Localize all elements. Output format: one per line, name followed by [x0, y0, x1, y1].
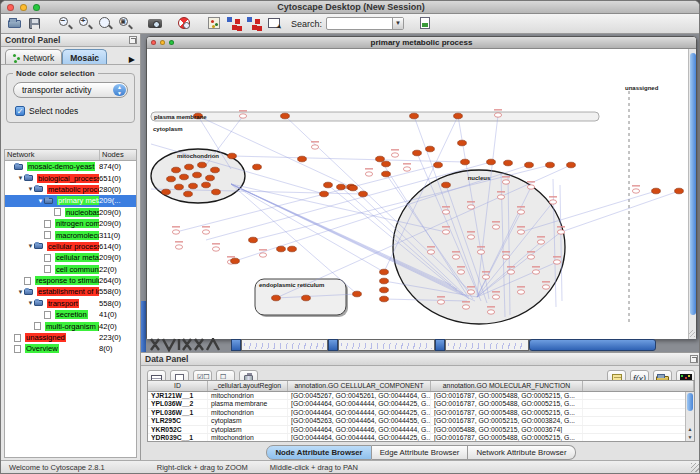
table-cell[interactable] — [583, 409, 694, 416]
tree-col-network[interactable]: Network — [5, 150, 100, 160]
selected-node[interactable] — [349, 185, 358, 191]
selected-node[interactable] — [253, 164, 262, 170]
table-cell[interactable]: cytoplasm — [208, 417, 288, 424]
col-layout-region[interactable]: _cellularLayoutRegion — [208, 381, 288, 391]
selected-node[interactable] — [212, 189, 221, 195]
layout-1-icon[interactable] — [227, 16, 243, 31]
help-icon[interactable] — [177, 16, 193, 31]
selected-node[interactable] — [302, 295, 311, 301]
selected-node[interactable] — [382, 161, 391, 167]
selected-node[interactable] — [298, 156, 307, 162]
network-window-titlebar[interactable]: primary metabolic process — [147, 37, 696, 49]
table-cell[interactable]: mitochondrion — [208, 392, 288, 399]
selected-node[interactable] — [376, 156, 385, 162]
node-color-dropdown[interactable]: transporter activity ▲▼ — [13, 82, 128, 98]
node[interactable] — [467, 235, 474, 239]
selected-node[interactable] — [546, 162, 555, 168]
table-cell[interactable] — [583, 434, 694, 441]
selected-node[interactable] — [454, 113, 463, 119]
annotation-icon[interactable] — [267, 16, 283, 31]
table-cell[interactable]: cytoplasm — [208, 426, 288, 433]
node[interactable] — [542, 285, 549, 289]
col-extra[interactable] — [583, 381, 694, 391]
table-cell[interactable]: [GO:0044464, GO:0044444, GO:0044425, G..… — [288, 434, 431, 441]
selected-node[interactable] — [410, 113, 419, 119]
tree-expand-icon[interactable]: ▼ — [27, 186, 34, 192]
tab-network-attribute-browser[interactable]: Network Attribute Browser — [468, 445, 575, 460]
tree-row[interactable]: ▼transport558(0) — [5, 298, 136, 309]
col-cellular-component[interactable]: annotation.GO CELLULAR_COMPONENT — [288, 381, 431, 391]
selected-node[interactable] — [172, 167, 181, 173]
node[interactable] — [502, 255, 509, 259]
minimized-window-cap[interactable] — [231, 339, 241, 351]
selected-node[interactable] — [675, 188, 684, 194]
node[interactable] — [517, 210, 524, 214]
tree-col-nodes[interactable]: Nodes — [100, 150, 136, 160]
tab-network[interactable]: Network — [5, 49, 62, 64]
selected-node[interactable] — [458, 140, 467, 146]
selected-node[interactable] — [288, 246, 297, 252]
selected-node[interactable] — [461, 159, 470, 165]
minimized-window-cap[interactable] — [435, 339, 445, 351]
network-graph[interactable]: plasma membranecytoplasmmitochondrionnuc… — [147, 49, 690, 339]
table-cell[interactable]: YKR052C — [148, 426, 208, 433]
node[interactable] — [212, 247, 219, 251]
selected-node[interactable] — [434, 162, 443, 168]
node[interactable] — [239, 114, 246, 118]
selected-node[interactable] — [382, 171, 391, 177]
minimized-window-cap[interactable] — [328, 339, 338, 351]
float-panel-icon[interactable] — [129, 36, 137, 44]
node[interactable] — [427, 250, 434, 254]
node[interactable] — [442, 210, 449, 214]
table-cell[interactable] — [583, 426, 694, 433]
window-resize-grip[interactable] — [691, 463, 700, 472]
float-data-panel-icon[interactable] — [690, 355, 698, 363]
node[interactable] — [175, 245, 182, 249]
tree-expand-icon[interactable]: ▼ — [27, 300, 34, 306]
node[interactable] — [517, 290, 524, 294]
table-cell[interactable]: YPL036W__1 — [148, 409, 208, 416]
col-id[interactable]: ID — [148, 381, 208, 391]
table-cell[interactable]: [GO:0044464, GO:0044446, GO:0044444, G..… — [288, 426, 431, 433]
node[interactable] — [557, 230, 564, 234]
zoom-fit-icon[interactable]: ▣ — [117, 16, 133, 31]
tree-row[interactable]: cellular metabo209(0) — [5, 252, 136, 263]
network-view-window[interactable]: primary metabolic process plasma membran… — [146, 36, 697, 339]
node[interactable] — [532, 270, 539, 274]
zoom-out-icon[interactable]: − — [57, 16, 73, 31]
table-cell[interactable]: [GO:0016787, GO:0005488, GO:0005215, G..… — [431, 392, 583, 399]
selected-node[interactable] — [206, 175, 215, 181]
tree-expand-icon[interactable]: ▼ — [37, 198, 44, 204]
tree-row[interactable]: nucleobase-209(0) — [5, 207, 136, 218]
layout-2-icon[interactable] — [247, 16, 263, 31]
table-cell[interactable]: YLR295C — [148, 417, 208, 424]
selected-node[interactable] — [231, 258, 240, 264]
table-cell[interactable]: [GO:0016787, GO:0005215, GO:0003824, G..… — [431, 417, 583, 424]
table-cell[interactable]: YDR039C__1 — [148, 434, 208, 441]
table-cell[interactable]: [GO:0044464, GO:0044444, GO:0044425, G..… — [288, 409, 431, 416]
tree-expand-icon[interactable]: ▼ — [17, 289, 24, 295]
table-cell[interactable]: [GO:0045263, GO:0044464, GO:0044455, G..… — [288, 417, 431, 424]
selected-node[interactable] — [504, 160, 513, 166]
tab-edge-attribute-browser[interactable]: Edge Attribute Browser — [372, 445, 469, 460]
app-title-bar[interactable]: Cytoscape Desktop (New Session) — [1, 1, 700, 14]
tree-row[interactable]: macromolecule311(0) — [5, 229, 136, 240]
selected-node[interactable] — [442, 182, 451, 188]
tab-node-attribute-browser[interactable]: Node Attribute Browser — [266, 445, 371, 460]
selected-node[interactable] — [380, 278, 389, 284]
selected-node[interactable] — [413, 150, 422, 156]
node[interactable] — [553, 260, 560, 264]
selected-node[interactable] — [162, 189, 171, 195]
node[interactable] — [172, 230, 179, 234]
col-molecular-function[interactable]: annotation.GO MOLECULAR_FUNCTION — [431, 381, 583, 391]
tree-row[interactable]: unassigned223(0) — [5, 332, 136, 343]
network-window-resize-grip[interactable] — [688, 330, 695, 337]
tree-row[interactable]: cell communicat22(0) — [5, 264, 136, 275]
table-row[interactable]: YKR052Ccytoplasm[GO:0044464, GO:0044446,… — [148, 426, 694, 434]
node[interactable] — [487, 310, 494, 314]
selected-node[interactable] — [320, 191, 329, 197]
tree-expand-icon[interactable]: ▼ — [27, 243, 34, 249]
tree-row[interactable]: nitrogen compo209(0) — [5, 218, 136, 229]
selected-node[interactable] — [167, 176, 176, 182]
region-plasma-membrane[interactable] — [151, 112, 599, 121]
